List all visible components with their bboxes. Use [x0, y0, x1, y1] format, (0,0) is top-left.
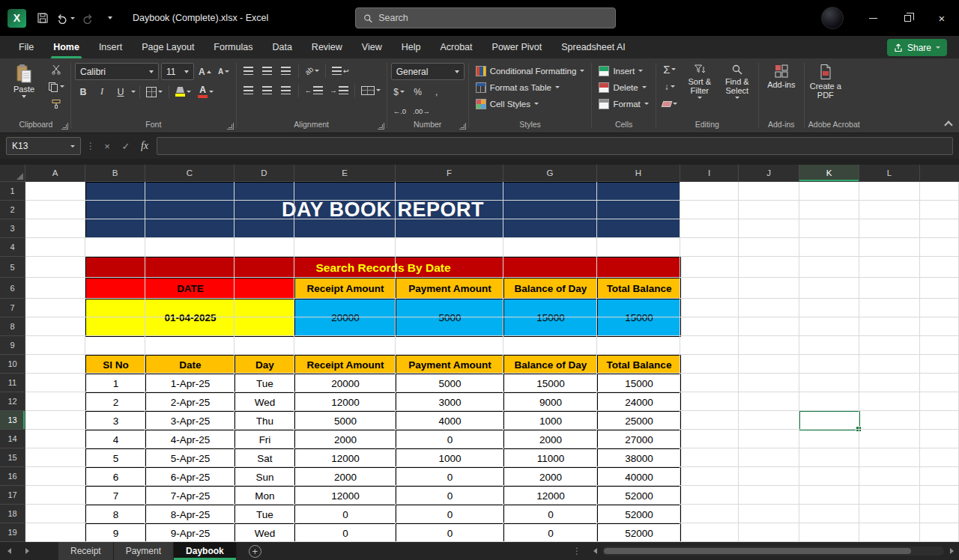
row-header-7[interactable]: 7: [0, 299, 25, 317]
redo-button[interactable]: [77, 7, 98, 29]
fill-button[interactable]: ↓: [660, 79, 680, 94]
alignment-dialog-launcher[interactable]: [378, 123, 384, 130]
italic-button[interactable]: I: [94, 84, 110, 100]
daybook-cell[interactable]: 0: [396, 430, 504, 449]
column-header-H[interactable]: H: [597, 165, 680, 181]
row-header-13[interactable]: 13: [0, 411, 25, 430]
customize-quick-access-button[interactable]: [100, 7, 121, 29]
number-format-select[interactable]: General: [391, 63, 465, 80]
row-header-1[interactable]: 1: [0, 182, 25, 201]
create-pdf-button[interactable]: Create a PDF: [808, 61, 843, 100]
cell-styles-button[interactable]: Cell Styles: [473, 96, 542, 112]
row-header-16[interactable]: 16: [0, 467, 25, 486]
daybook-column-header[interactable]: Balance of Day: [504, 356, 598, 374]
column-header-K[interactable]: K: [799, 165, 859, 181]
ribbon-tab-file[interactable]: File: [9, 36, 43, 58]
search-value-cell[interactable]: 15000: [598, 299, 681, 337]
clear-button[interactable]: [660, 96, 680, 112]
daybook-cell[interactable]: 1: [86, 374, 146, 393]
daybook-cell[interactable]: 11000: [504, 449, 598, 468]
column-header-B[interactable]: B: [85, 165, 145, 181]
search-value-cell[interactable]: 20000: [295, 299, 396, 337]
daybook-cell[interactable]: 2000: [295, 430, 396, 449]
ribbon-tab-insert[interactable]: Insert: [89, 36, 132, 58]
daybook-cell[interactable]: 0: [396, 524, 504, 543]
row-header-3[interactable]: 3: [0, 219, 25, 238]
daybook-cell[interactable]: 9000: [504, 393, 598, 412]
daybook-cell[interactable]: 3-Apr-25: [146, 412, 235, 430]
column-header-D[interactable]: D: [235, 165, 294, 181]
ribbon-tab-review[interactable]: Review: [302, 36, 352, 58]
cut-button[interactable]: [46, 61, 67, 77]
ribbon-tab-acrobat[interactable]: Acrobat: [430, 36, 482, 58]
font-size-select[interactable]: 11: [161, 63, 194, 80]
search-date-cell[interactable]: 01-04-2025: [86, 299, 295, 337]
align-top-button[interactable]: [240, 63, 257, 79]
daybook-cell[interactable]: 0: [295, 524, 396, 543]
search-input[interactable]: [378, 13, 608, 23]
tab-scroll-splitter[interactable]: ⋮: [566, 542, 587, 560]
daybook-cell[interactable]: 8: [86, 505, 146, 524]
align-center-button[interactable]: [259, 82, 276, 98]
daybook-cell[interactable]: 3: [86, 412, 146, 430]
bold-button[interactable]: B: [75, 84, 91, 100]
daybook-cell[interactable]: 52000: [598, 524, 681, 543]
align-right-button[interactable]: [278, 82, 294, 98]
paste-button[interactable]: Paste: [5, 61, 43, 99]
row-header-11[interactable]: 11: [0, 374, 25, 392]
column-header-C[interactable]: C: [145, 165, 235, 181]
daybook-cell[interactable]: 0: [504, 524, 598, 543]
daybook-cell[interactable]: 25000: [598, 412, 681, 430]
formula-input[interactable]: [157, 137, 953, 155]
select-all-corner[interactable]: [0, 165, 25, 181]
row-header-10[interactable]: 10: [0, 355, 25, 374]
font-name-select[interactable]: Calibri: [75, 63, 159, 80]
insert-cells-button[interactable]: Insert: [596, 63, 646, 79]
increase-decimal-button[interactable]: ←.0: [391, 103, 408, 119]
selected-cell-K13[interactable]: [799, 410, 860, 430]
daybook-cell[interactable]: Fri: [235, 430, 295, 449]
new-sheet-button[interactable]: +: [249, 545, 261, 558]
format-cells-button[interactable]: Format: [596, 96, 651, 112]
daybook-cell[interactable]: 1-Apr-25: [146, 374, 235, 393]
comma-style-button[interactable]: ,: [429, 84, 445, 100]
row-header-14[interactable]: 14: [0, 430, 25, 448]
save-button[interactable]: [32, 7, 53, 29]
wrap-text-button[interactable]: ↩: [330, 63, 351, 79]
undo-button[interactable]: [55, 7, 76, 29]
daybook-cell[interactable]: 5000: [295, 412, 396, 430]
daybook-cell[interactable]: 38000: [598, 449, 681, 468]
column-header-E[interactable]: E: [294, 165, 396, 181]
collapse-ribbon-icon[interactable]: [944, 121, 952, 129]
row-header-15[interactable]: 15: [0, 448, 25, 467]
daybook-cell[interactable]: 2000: [504, 430, 598, 449]
enter-icon[interactable]: ✓: [119, 141, 133, 152]
search-column-header[interactable]: Balance of Day: [504, 279, 598, 299]
daybook-column-header[interactable]: Receipt Amount: [295, 356, 396, 374]
daybook-cell[interactable]: 9: [86, 524, 146, 543]
daybook-cell[interactable]: Mon: [235, 487, 295, 505]
daybook-cell[interactable]: 5: [86, 449, 146, 468]
daybook-cell[interactable]: 1000: [396, 449, 504, 468]
next-sheet-button[interactable]: [18, 542, 36, 560]
daybook-cell[interactable]: 4: [86, 430, 146, 449]
column-header-J[interactable]: J: [739, 165, 799, 181]
daybook-cell[interactable]: 52000: [598, 505, 681, 524]
daybook-column-header[interactable]: Day: [235, 356, 295, 374]
name-box[interactable]: K13: [6, 137, 81, 155]
daybook-cell[interactable]: Wed: [235, 393, 295, 412]
daybook-cell[interactable]: 4000: [396, 412, 504, 430]
daybook-column-header[interactable]: Date: [146, 356, 235, 374]
sheet-tab-receipt[interactable]: Receipt: [58, 542, 114, 560]
align-left-button[interactable]: [240, 82, 257, 98]
scrollbar-thumb[interactable]: [604, 548, 911, 554]
merge-center-button[interactable]: [359, 82, 383, 98]
font-color-button[interactable]: A: [196, 84, 216, 100]
accounting-format-button[interactable]: $: [391, 84, 408, 100]
format-as-table-button[interactable]: Format as Table: [473, 79, 563, 95]
search-column-header[interactable]: Payment Amount: [396, 279, 504, 299]
format-painter-button[interactable]: [46, 96, 67, 112]
previous-sheet-button[interactable]: [0, 542, 18, 560]
row-header-5[interactable]: 5: [0, 257, 25, 278]
grid-canvas[interactable]: DAY BOOK REPORT Search Records By Date D…: [25, 182, 959, 542]
